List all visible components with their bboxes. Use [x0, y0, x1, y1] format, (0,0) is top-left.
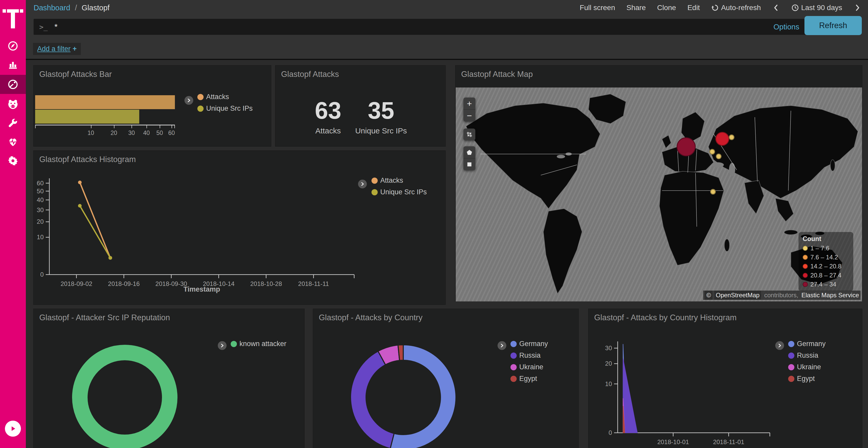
- x-tick-label: 60: [168, 130, 175, 137]
- breadcrumb-separator: /: [75, 4, 77, 12]
- add-filter-button[interactable]: Add a filter+: [33, 43, 81, 55]
- legend-swatch: [510, 376, 517, 382]
- time-forward-button[interactable]: [854, 4, 861, 12]
- donut-chart: [34, 309, 305, 448]
- draw-polygon-button[interactable]: [463, 146, 475, 158]
- panel-attacks-histogram: Glastopf Attacks Histogram 0102030405060…: [33, 150, 445, 305]
- refresh-button[interactable]: Refresh: [804, 16, 862, 35]
- map-legend-row: 1 – 7.6: [803, 245, 849, 252]
- legend-label: 20.8 – 27.4: [810, 272, 841, 279]
- legend-label: Germany: [797, 340, 826, 348]
- panel-attacks-by-country: Glastopf - Attacks by Country GermanyRus…: [313, 309, 579, 448]
- legend-swatch: [803, 264, 808, 269]
- svg-text:2018-09-16: 2018-09-16: [108, 280, 140, 287]
- ems-link[interactable]: Elastic Maps Service: [800, 290, 861, 300]
- legend-label: Egypt: [797, 375, 815, 383]
- bar-unique-src-ips[interactable]: [35, 110, 139, 124]
- top-navbar: Dashboard / Glastopf Full screen Share C…: [26, 0, 868, 15]
- terminal-prompt-icon: >_: [39, 23, 48, 31]
- bear-icon: [7, 98, 19, 110]
- world-map[interactable]: + − Count 1 – 7.67.6 – 14.214.2 – 20.820…: [456, 88, 862, 302]
- chevron-right-icon: [499, 343, 505, 348]
- legend-toggle[interactable]: [184, 96, 193, 105]
- telekom-logo[interactable]: [0, 6, 26, 32]
- sidebar-item-discover[interactable]: [0, 36, 26, 56]
- full-screen-button[interactable]: Full screen: [580, 4, 615, 12]
- time-picker-button[interactable]: Last 90 days: [791, 4, 842, 12]
- legend-item[interactable]: Ukraine: [788, 363, 826, 371]
- legend-item[interactable]: Russia: [788, 351, 826, 359]
- query-bar: >_ * Options Refresh: [26, 15, 868, 38]
- legend-swatch: [788, 376, 795, 382]
- legend-item[interactable]: Unique Src IPs: [197, 105, 253, 112]
- legend-item[interactable]: Attacks: [371, 176, 427, 184]
- metric-attacks: 63 Attacks: [315, 99, 341, 135]
- breadcrumb: Dashboard / Glastopf: [34, 4, 110, 12]
- osm-link[interactable]: © OpenStreetMap: [703, 290, 763, 300]
- legend-item[interactable]: known attacker: [231, 340, 286, 348]
- legend-toggle[interactable]: [498, 341, 506, 350]
- clone-button[interactable]: Clone: [657, 4, 676, 12]
- bar-chart: 102030405060: [35, 66, 180, 147]
- line-chart: 01020304050602018-09-022018-09-162018-09…: [34, 151, 446, 305]
- svg-text:30: 30: [605, 345, 612, 351]
- legend-label: Germany: [519, 340, 548, 348]
- svg-text:2018-09-02: 2018-09-02: [61, 280, 92, 287]
- chevron-right-icon: [186, 98, 192, 103]
- legend-swatch: [510, 341, 517, 347]
- clock-icon: [791, 4, 799, 12]
- legend-item[interactable]: Germany: [510, 340, 548, 348]
- legend-swatch: [803, 273, 808, 278]
- map-marker-ukraine-north: [709, 149, 715, 154]
- legend-toggle[interactable]: [218, 341, 226, 350]
- sidebar-item-management[interactable]: [0, 151, 26, 170]
- zoom-out-button[interactable]: −: [463, 109, 475, 122]
- svg-text:2018-11-01: 2018-11-01: [713, 439, 744, 445]
- refresh-cycle-icon: [711, 4, 719, 12]
- draw-rectangle-button[interactable]: [463, 158, 475, 170]
- sidebar-item-dashboard[interactable]: [0, 75, 26, 94]
- search-input[interactable]: >_ * Options: [34, 19, 806, 35]
- map-marker-russia-east: [729, 134, 735, 140]
- sidebar-item-visualize[interactable]: [0, 55, 26, 74]
- svg-text:2018-10-01: 2018-10-01: [657, 439, 689, 445]
- map-legend-row: 27.4 – 34: [803, 281, 849, 288]
- auto-refresh-button[interactable]: Auto-refresh: [711, 4, 761, 12]
- legend-swatch: [371, 189, 378, 195]
- svg-text:30: 30: [37, 206, 44, 213]
- svg-text:0: 0: [609, 429, 612, 436]
- breadcrumb-dashboard-link[interactable]: Dashboard: [34, 4, 70, 12]
- sidebar-item-monitoring[interactable]: [0, 132, 26, 151]
- legend-swatch: [803, 255, 808, 260]
- map-fit-control: [463, 129, 475, 140]
- legend-item[interactable]: Egypt: [510, 375, 548, 383]
- metric-label: Attacks: [315, 127, 341, 135]
- fit-bounds-button[interactable]: [463, 129, 475, 140]
- legend-label: Attacks: [380, 176, 403, 184]
- legend-item[interactable]: Russia: [510, 351, 548, 359]
- sidebar-item-timelion[interactable]: [0, 95, 26, 114]
- legend-label: Russia: [519, 351, 541, 359]
- edit-button[interactable]: Edit: [687, 4, 700, 12]
- legend-item[interactable]: Unique Src IPs: [371, 188, 427, 196]
- legend-item[interactable]: Attacks: [197, 93, 253, 101]
- share-button[interactable]: Share: [626, 4, 646, 12]
- time-back-button[interactable]: [772, 4, 780, 12]
- panel-title: Glastopf Attack Map: [461, 70, 533, 79]
- chevron-right-icon: [854, 4, 861, 12]
- sidebar-item-dev-tools[interactable]: [0, 114, 26, 133]
- pentagon-icon: [466, 149, 473, 156]
- legend-label: Unique Src IPs: [380, 188, 427, 196]
- map-legend-row: 7.6 – 14.2: [803, 254, 849, 261]
- legend-item[interactable]: Germany: [788, 340, 826, 348]
- legend-item[interactable]: Ukraine: [510, 363, 548, 371]
- legend-item[interactable]: Egypt: [788, 375, 826, 383]
- zoom-in-button[interactable]: +: [463, 98, 475, 109]
- bar-attacks[interactable]: [35, 95, 175, 109]
- nav-actions: Full screen Share Clone Edit Auto-refres…: [580, 4, 861, 12]
- options-link[interactable]: Options: [773, 23, 799, 31]
- legend-toggle[interactable]: [775, 341, 784, 350]
- legend-toggle[interactable]: [358, 180, 367, 188]
- compass-icon: [7, 40, 19, 52]
- expand-nav-button[interactable]: [5, 421, 21, 437]
